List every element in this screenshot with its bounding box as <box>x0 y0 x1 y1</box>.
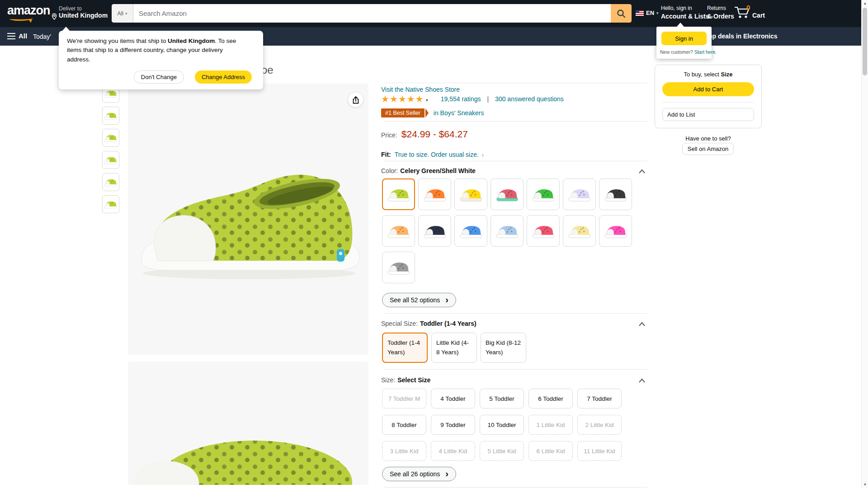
color-swatch[interactable] <box>527 215 560 247</box>
search-category-dropdown[interactable]: All ▾ <box>112 4 133 23</box>
color-swatch[interactable] <box>599 178 632 210</box>
buy-prompt: To buy, select Size <box>662 71 754 78</box>
special-size-option[interactable]: Big Kid (8-12 Years) <box>481 333 526 363</box>
start-here-link[interactable]: Start here. <box>694 49 717 55</box>
size-option-unavailable[interactable]: 6 Little Kid <box>528 441 573 461</box>
answered-questions-link[interactable]: 300 answered questions <box>495 95 564 103</box>
nav-all-menu[interactable]: All <box>19 32 27 40</box>
product-title-visible: oe <box>261 64 274 76</box>
dont-change-button[interactable]: Don't Change <box>134 70 184 84</box>
chevron-down-icon[interactable]: ▾ <box>426 98 428 103</box>
fit-link[interactable]: True to size. Order usual size. <box>395 151 479 158</box>
color-swatch[interactable] <box>382 215 415 247</box>
size-option[interactable]: 9 Toddler <box>431 415 475 435</box>
deliver-to-label: Deliver to <box>59 5 108 12</box>
shoe-swatch-image <box>423 186 447 202</box>
site-header: amazon Deliver to United Kingdom All ▾ E… <box>0 0 868 27</box>
shoe-swatch-image <box>604 186 627 202</box>
collapse-chevron-icon[interactable] <box>638 378 646 383</box>
best-seller-category-link[interactable]: in Boys' Sneakers <box>434 109 484 117</box>
size-option[interactable]: 4 Toddler <box>431 389 475 408</box>
see-all-colors-button[interactable]: See all 52 options › <box>382 293 456 307</box>
see-all-sizes-button[interactable]: See all 26 options › <box>382 467 456 481</box>
color-swatch[interactable] <box>418 178 451 210</box>
fit-row: Fit: True to size. Order usual size. › <box>381 151 484 158</box>
sign-in-button[interactable]: Sign in <box>661 32 707 45</box>
buy-box: To buy, select Size Add to Cart Add to L… <box>655 65 762 128</box>
star-icon: ★ <box>390 94 398 104</box>
returns-orders-menu[interactable]: Returns & Orders <box>707 5 734 20</box>
image-thumbnail[interactable] <box>102 151 119 169</box>
ratings-count-link[interactable]: 19,554 ratings <box>441 95 481 103</box>
nav-item-todays-deals[interactable]: Today' <box>33 33 51 40</box>
deliver-to-button[interactable]: Deliver to United Kingdom <box>59 5 108 19</box>
size-option-unavailable[interactable]: 4 Little Kid <box>431 441 475 461</box>
best-seller-badge[interactable]: #1 Best Seller <box>381 108 425 117</box>
color-swatch[interactable] <box>563 178 596 210</box>
shoe-swatch-image <box>568 186 591 202</box>
color-swatch[interactable] <box>418 215 451 247</box>
cart-button[interactable]: 0 Cart <box>733 5 765 20</box>
size-option[interactable]: 6 Toddler <box>528 389 573 408</box>
price-value: $24.99 - $64.27 <box>401 129 468 140</box>
account-label: Account & Lists <box>661 13 709 20</box>
have-one-to-sell-label: Have one to sell? <box>655 135 762 142</box>
scrollbar-thumb[interactable] <box>863 8 867 75</box>
color-label: Color: <box>381 167 398 174</box>
delivery-msg-pre: We're showing you items that ship to <box>67 38 168 44</box>
scroll-up-icon[interactable]: ▲ <box>862 1 868 5</box>
scrollbar[interactable]: ▲ ▼ <box>861 0 868 488</box>
size-option-unavailable[interactable]: 2 Little Kid <box>577 415 622 435</box>
size-option-unavailable[interactable]: 11 Little Kid <box>577 441 622 461</box>
search-input[interactable] <box>133 4 611 23</box>
size-option-unavailable[interactable]: 5 Little Kid <box>480 441 524 461</box>
color-swatch-selected[interactable] <box>382 178 415 210</box>
add-to-cart-button[interactable]: Add to Cart <box>662 82 754 96</box>
image-thumbnail[interactable] <box>102 129 119 147</box>
amazon-smile-icon <box>9 16 33 21</box>
image-thumbnail[interactable] <box>102 195 119 213</box>
sell-on-amazon-button[interactable]: Sell on Amazon <box>682 143 734 155</box>
size-option-unavailable[interactable]: 3 Little Kid <box>382 441 426 461</box>
star-rating[interactable]: ★★★★★ <box>381 94 424 103</box>
color-swatch[interactable] <box>454 215 487 247</box>
share-button[interactable] <box>348 92 363 108</box>
size-option[interactable]: 8 Toddler <box>382 415 426 435</box>
collapse-chevron-icon[interactable] <box>638 169 646 174</box>
amazon-logo[interactable]: amazon <box>7 5 50 17</box>
store-link[interactable]: Visit the Native Shoes Store <box>381 86 460 93</box>
collapse-chevron-icon[interactable] <box>638 321 646 327</box>
language-selector[interactable]: EN ▾ <box>636 9 659 16</box>
special-size-option[interactable]: Toddler (1-4 Years) <box>382 333 428 363</box>
account-menu[interactable]: Hello, sign in Account & Lists ▾ <box>661 5 713 20</box>
shoe-swatch-image <box>387 186 410 202</box>
divider <box>383 369 647 370</box>
size-option[interactable]: 7 Toddler <box>577 389 622 408</box>
color-swatch[interactable] <box>491 215 524 247</box>
color-swatch[interactable] <box>454 178 487 210</box>
size-option-unavailable[interactable]: 1 Little Kid <box>528 415 573 435</box>
product-main-image[interactable] <box>128 84 368 355</box>
color-swatch[interactable] <box>382 252 415 283</box>
shoe-swatch-image <box>104 199 118 209</box>
image-thumbnail[interactable] <box>102 173 119 191</box>
add-to-list-button[interactable]: Add to List <box>662 108 754 121</box>
chevron-down-icon: ▾ <box>656 11 659 15</box>
image-thumbnail[interactable] <box>102 107 119 125</box>
color-swatch[interactable] <box>599 215 632 247</box>
shoe-swatch-image <box>459 186 483 202</box>
color-swatch[interactable] <box>491 178 524 210</box>
color-swatch[interactable] <box>563 215 596 247</box>
nav-deals-link[interactable]: op deals in Electronics <box>708 33 778 40</box>
scroll-down-icon[interactable]: ▼ <box>862 483 868 487</box>
change-address-button[interactable]: Change Address <box>195 70 252 84</box>
size-option-unavailable[interactable]: 7 Toddler M <box>382 389 426 408</box>
product-secondary-image[interactable] <box>128 361 368 485</box>
size-option[interactable]: 5 Toddler <box>480 389 524 408</box>
shoe-swatch-image <box>604 223 627 239</box>
color-swatch[interactable] <box>527 178 560 210</box>
hamburger-menu-icon[interactable] <box>7 33 15 41</box>
special-size-option[interactable]: Little Kid (4-8 Years) <box>431 333 477 363</box>
size-option[interactable]: 10 Toddler <box>480 415 524 435</box>
search-button[interactable] <box>611 4 632 23</box>
